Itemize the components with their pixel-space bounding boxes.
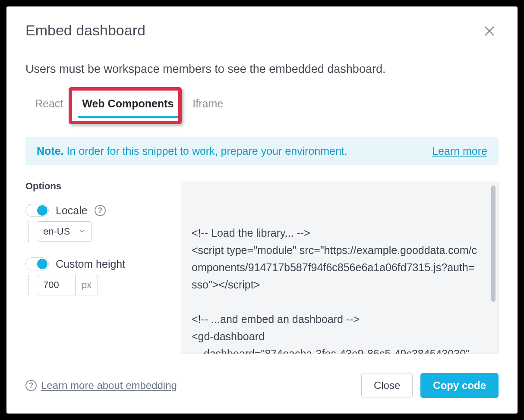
tab-web-components[interactable]: Web Components: [73, 91, 183, 118]
custom-height-unit: px: [76, 275, 98, 295]
note-text: In order for this snippet to work, prepa…: [64, 145, 347, 157]
locale-label: Locale: [56, 204, 88, 217]
custom-height-label: Custom height: [56, 258, 125, 270]
copy-code-button[interactable]: Copy code: [420, 373, 499, 398]
code-snippet[interactable]: <!-- Load the library... --> <script typ…: [181, 181, 499, 354]
close-icon[interactable]: [480, 22, 499, 40]
tab-react[interactable]: React: [25, 91, 73, 118]
embed-dashboard-dialog: Embed dashboard Users must be workspace …: [6, 6, 518, 414]
note-banner: Note. In order for this snippet to work,…: [25, 137, 499, 165]
dialog-title: Embed dashboard: [25, 22, 145, 39]
help-icon[interactable]: ?: [95, 205, 106, 216]
code-text: <!-- Load the library... --> <script typ…: [181, 216, 498, 354]
options-heading: Options: [25, 181, 181, 192]
custom-height-input[interactable]: [37, 275, 76, 295]
dialog-subtitle: Users must be workspace members to see t…: [25, 63, 499, 76]
locale-toggle[interactable]: [25, 204, 49, 217]
note-learn-more-link[interactable]: Learn more: [432, 145, 487, 157]
note-label: Note.: [37, 145, 64, 157]
options-panel: Options Locale ? en-US Custom height: [25, 181, 181, 354]
tab-iframe[interactable]: Iframe: [183, 91, 233, 118]
learn-more-embedding-link[interactable]: Learn more about embedding: [41, 379, 177, 392]
locale-select[interactable]: en-US: [37, 221, 92, 242]
tabs: React Web Components Iframe: [25, 91, 499, 118]
close-button[interactable]: Close: [361, 373, 413, 398]
scrollbar-thumb[interactable]: [491, 185, 496, 302]
chevron-down-icon: [79, 226, 85, 237]
locale-value: en-US: [43, 226, 70, 237]
custom-height-toggle[interactable]: [25, 257, 49, 270]
help-icon[interactable]: ?: [25, 380, 37, 391]
